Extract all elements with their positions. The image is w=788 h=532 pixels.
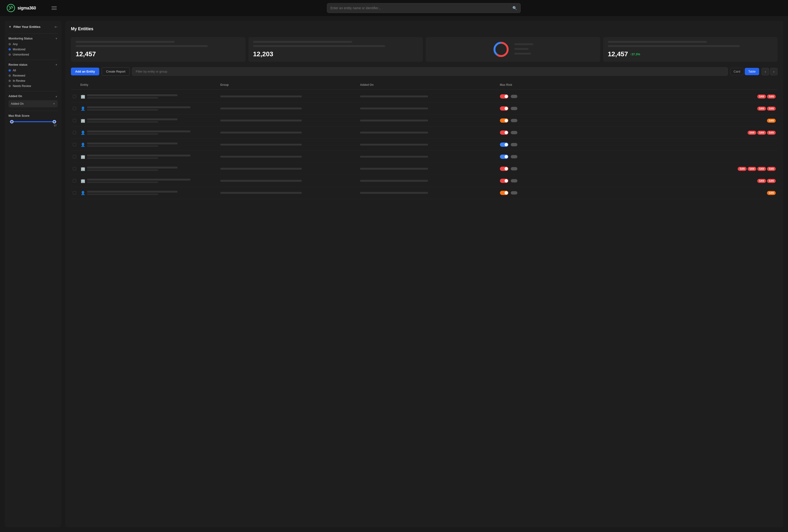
row-4-san-2: SAN xyxy=(757,131,766,135)
row-2-sub-skeleton xyxy=(87,109,158,111)
row-8-checkbox[interactable] xyxy=(73,179,76,182)
row-4-risk-cell xyxy=(498,130,638,136)
row-9-checkbox[interactable] xyxy=(73,191,76,195)
stat-badge: ↑37.3% xyxy=(630,53,640,56)
row-6-checkbox[interactable] xyxy=(73,155,76,158)
sigma360-logo-icon xyxy=(7,4,15,12)
row-8-name-skeleton xyxy=(87,179,191,181)
monitoring-option-any[interactable]: Any xyxy=(8,42,58,46)
stat-skeleton-2 xyxy=(76,45,208,47)
monitoring-unmonitored-dot xyxy=(8,54,11,56)
row-5-risk-toggle[interactable] xyxy=(500,142,508,147)
row-5-date-skeleton xyxy=(360,144,428,145)
review-status-header[interactable]: Review status ▼ xyxy=(8,63,58,66)
row-1-risk-cell xyxy=(498,93,638,99)
row-4-checkbox[interactable] xyxy=(73,131,76,134)
stats-row: 12,457 12,203 xyxy=(71,37,777,62)
row-7-san-4: SAN xyxy=(767,167,776,171)
sidebar-collapse-icon[interactable]: ⇤ xyxy=(55,24,58,29)
row-3-entity-cell: 🏢 xyxy=(78,117,218,124)
row-5-checkbox[interactable] xyxy=(73,143,76,146)
row-4-entity-info xyxy=(87,131,217,135)
row-9-san-badges: SAN xyxy=(767,191,776,195)
row-9-date-skeleton xyxy=(360,192,428,194)
stat-number-2: 12,203 xyxy=(253,50,418,58)
row-9-risk-toggle[interactable] xyxy=(500,191,508,195)
row-2-date-cell xyxy=(358,106,498,111)
monitoring-status-header[interactable]: Monitoring Status ▼ xyxy=(8,37,58,40)
row-7-checkbox[interactable] xyxy=(73,167,76,171)
row-7-date-cell xyxy=(358,167,498,171)
review-option-in-review[interactable]: In Review xyxy=(8,79,58,82)
row-9-group-skeleton xyxy=(220,192,302,194)
row-8-risk-toggle[interactable] xyxy=(500,179,508,183)
th-checkbox xyxy=(71,82,78,87)
row-4-risk-track xyxy=(511,131,517,134)
row-1-checkbox[interactable] xyxy=(73,95,76,98)
search-input[interactable] xyxy=(330,6,512,10)
row-7-san-2: SAN xyxy=(748,167,756,171)
row-2-group-cell xyxy=(218,106,358,111)
slider-thumb-left[interactable] xyxy=(10,120,14,123)
row-3-risk-cell xyxy=(498,117,638,124)
row-5-group-skeleton xyxy=(220,144,302,145)
search-icon: 🔍 xyxy=(512,6,517,11)
row-9-risk-track xyxy=(511,191,517,195)
view-toggle: Card Table xyxy=(730,68,759,75)
row-4-sub-skeleton xyxy=(87,133,158,135)
row-3-san-badges: SAN xyxy=(767,119,776,123)
row-2-checkbox[interactable] xyxy=(73,107,76,110)
row-6-risk-toggle[interactable] xyxy=(500,155,508,159)
row-1-name-skeleton xyxy=(87,94,177,96)
row-6-group-cell xyxy=(218,155,358,159)
monitoring-option-unmonitored[interactable]: Unmonitored xyxy=(8,53,58,56)
row-4-risk-toggle[interactable] xyxy=(500,131,508,135)
page-title: My Entities xyxy=(71,26,777,32)
row-8-sub-skeleton xyxy=(87,181,158,183)
row-8-entity-cell: 🏢 xyxy=(78,177,218,184)
view-card-button[interactable]: Card xyxy=(730,68,744,75)
added-on-dropdown-label: Added On xyxy=(11,102,24,105)
review-option-needs-review[interactable]: Needs Review xyxy=(8,84,58,88)
row-2-san-2: SAN xyxy=(767,106,776,111)
added-on-dropdown[interactable]: Added On ▼ xyxy=(8,100,58,107)
row-7-san-3: SAN xyxy=(757,167,766,171)
monitoring-option-monitored[interactable]: Monitored xyxy=(8,48,58,51)
added-on-dropdown-chevron: ▼ xyxy=(53,102,55,105)
prev-arrow[interactable]: ‹ xyxy=(762,68,769,75)
add-entity-button[interactable]: Add an Entity xyxy=(71,67,99,75)
slider-thumb-right[interactable] xyxy=(53,120,56,123)
row-1-date-cell xyxy=(358,95,498,98)
review-option-all[interactable]: All xyxy=(8,69,58,72)
row-3-checkbox[interactable] xyxy=(73,119,76,122)
sidebar-title: Filter Your Entities xyxy=(14,25,40,28)
stat-number-1: 12,457 xyxy=(76,50,241,58)
th-added-on: Added On xyxy=(358,82,498,87)
row-8-san-1: SAN xyxy=(757,179,766,183)
hamburger-menu[interactable] xyxy=(52,6,57,10)
row-7-name-skeleton xyxy=(87,166,177,169)
table-row: 🏢 xyxy=(71,151,777,163)
view-table-button[interactable]: Table xyxy=(745,68,759,75)
create-report-button[interactable]: Create Report xyxy=(102,67,130,76)
next-arrow[interactable]: › xyxy=(770,68,777,75)
row-2-risk-cell xyxy=(498,105,638,112)
row-3-group-skeleton xyxy=(220,120,302,121)
risk-slider[interactable]: 97 xyxy=(8,121,58,127)
stat-skeleton-5 xyxy=(608,41,707,43)
review-option-reviewed[interactable]: Reviewed xyxy=(8,74,58,77)
row-3-risk-toggle[interactable] xyxy=(500,118,508,123)
row-5-badges-cell xyxy=(638,144,777,145)
row-7-risk-toggle[interactable] xyxy=(500,166,508,171)
sidebar-header-left: ▼ Filter Your Entities xyxy=(8,25,40,28)
row-1-risk-toggle[interactable] xyxy=(500,94,508,99)
monitoring-status-title: Monitoring Status xyxy=(8,37,33,40)
row-3-risk-track xyxy=(511,119,517,122)
row-6-date-skeleton xyxy=(360,156,428,158)
row-2-risk-toggle[interactable] xyxy=(500,106,508,111)
entity-group-filter-input[interactable] xyxy=(132,67,728,76)
row-2-badges-cell: SAN SAN xyxy=(638,106,777,112)
row-1-building-icon: 🏢 xyxy=(80,94,85,99)
th-max-risk: Max Risk xyxy=(498,82,638,87)
global-search-bar[interactable]: 🔍 xyxy=(327,3,521,13)
